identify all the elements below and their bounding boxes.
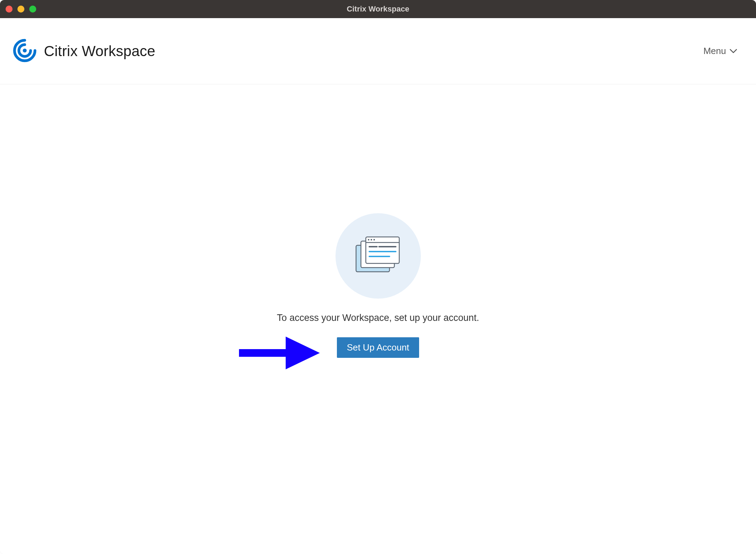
svg-point-6: [370, 239, 372, 240]
svg-point-5: [368, 239, 369, 240]
citrix-logo-icon: [13, 38, 37, 64]
brand: Citrix Workspace: [13, 38, 155, 64]
brand-name: Citrix Workspace: [44, 43, 155, 60]
menu-button[interactable]: Menu: [699, 42, 742, 60]
close-window-button[interactable]: [6, 6, 13, 13]
setup-instruction-text: To access your Workspace, set up your ac…: [277, 313, 479, 323]
menu-label: Menu: [703, 46, 726, 56]
svg-rect-3: [366, 237, 399, 263]
main-content: To access your Workspace, set up your ac…: [0, 84, 756, 554]
traffic-lights: [6, 6, 36, 13]
window-title: Citrix Workspace: [0, 5, 756, 14]
minimize-window-button[interactable]: [17, 6, 24, 13]
svg-point-7: [373, 239, 375, 240]
set-up-account-button[interactable]: Set Up Account: [337, 337, 419, 358]
illustration-circle: [335, 213, 421, 299]
chevron-down-icon: [730, 49, 737, 54]
maximize-window-button[interactable]: [29, 6, 36, 13]
app-header: Citrix Workspace Menu: [0, 18, 756, 84]
svg-point-0: [23, 48, 26, 52]
window-titlebar: Citrix Workspace: [0, 0, 756, 18]
documents-illustration-icon: [355, 236, 402, 276]
